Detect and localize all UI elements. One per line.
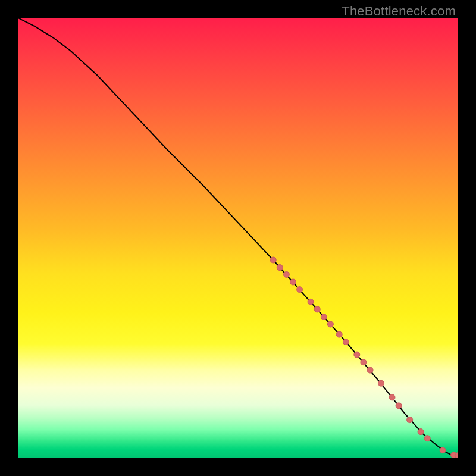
data-marker — [314, 306, 320, 312]
attribution-text: TheBottleneck.com — [342, 4, 456, 19]
data-marker — [424, 436, 430, 441]
data-marker — [277, 265, 283, 271]
data-marker — [297, 287, 303, 293]
curve-line — [18, 18, 458, 456]
data-marker — [361, 359, 367, 365]
data-marker — [367, 367, 373, 373]
data-marker — [270, 257, 276, 263]
data-marker — [440, 447, 446, 453]
chart-overlay — [18, 18, 458, 458]
data-marker — [343, 339, 349, 345]
data-marker — [283, 271, 289, 277]
data-marker — [327, 321, 333, 327]
data-marker — [290, 279, 296, 285]
data-marker — [418, 429, 424, 435]
chart-frame — [18, 18, 458, 458]
marker-layer — [270, 257, 458, 458]
data-marker — [407, 417, 413, 423]
data-marker — [389, 394, 395, 400]
data-marker — [336, 331, 342, 337]
data-marker — [321, 314, 327, 320]
data-marker — [308, 299, 314, 305]
data-marker — [378, 380, 384, 386]
data-marker — [354, 352, 360, 358]
data-marker — [396, 403, 402, 409]
